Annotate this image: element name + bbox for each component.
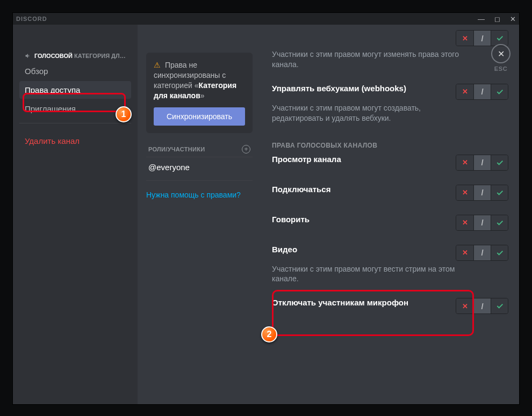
- perm-desc: Участники с этим правом могут изменять п…: [272, 49, 465, 70]
- annotation-badge-2: 2: [261, 326, 277, 342]
- settings-sidebar: ГОЛОСОВОЙ КАТЕГОРИЯ ДЛ… Обзор Права дост…: [13, 25, 138, 404]
- deny-button[interactable]: [456, 245, 473, 260]
- deny-button[interactable]: [456, 84, 473, 99]
- neutral-button[interactable]: [473, 298, 491, 313]
- speaker-icon: [25, 53, 31, 59]
- permissions-help-link[interactable]: Нужна помощь с правами?: [146, 191, 253, 199]
- deny-button[interactable]: [456, 298, 473, 313]
- perm-title-webhooks: Управлять вебхуками (webhooks): [272, 84, 406, 93]
- category-suffix: КАТЕГОРИЯ ДЛ…: [74, 53, 126, 59]
- allow-button[interactable]: [491, 298, 508, 313]
- roles-column: ⚠ Права не синхронизированы с категорией…: [138, 25, 261, 404]
- neutral-button[interactable]: [473, 245, 491, 260]
- brand: DISCORD: [16, 16, 47, 22]
- channel-name: ГОЛОСОВОЙ: [34, 53, 73, 59]
- neutral-button[interactable]: [473, 31, 491, 46]
- deny-button[interactable]: [456, 215, 473, 230]
- voice-permissions-section: ПРАВА ГОЛОСОВЫХ КАНАЛОВ: [272, 142, 508, 149]
- sidebar-item-overview[interactable]: Обзор: [19, 62, 131, 80]
- close-window-button[interactable]: ✕: [510, 15, 516, 23]
- permissions-panel: Участники с этим правом могут изменять п…: [261, 25, 519, 404]
- allow-button[interactable]: [491, 84, 508, 99]
- deny-button[interactable]: [456, 185, 473, 200]
- perm-desc: Участники с этим правом могут создавать,…: [272, 103, 465, 123]
- perm-toggle[interactable]: [456, 185, 508, 201]
- titlebar: DISCORD — ◻ ✕: [13, 13, 519, 25]
- sync-text-post: »: [200, 91, 205, 100]
- perm-title-video: Видео: [272, 245, 297, 254]
- perm-toggle[interactable]: [456, 215, 508, 231]
- neutral-button[interactable]: [473, 84, 491, 99]
- roles-header: РОЛИ/УЧАСТНИКИ: [148, 146, 205, 152]
- perm-toggle[interactable]: [456, 298, 508, 314]
- maximize-button[interactable]: ◻: [494, 15, 500, 23]
- role-everyone[interactable]: @everyone: [146, 157, 253, 177]
- allow-button[interactable]: [491, 245, 508, 260]
- esc-label: ESC: [491, 65, 511, 72]
- add-role-button[interactable]: +: [242, 145, 250, 154]
- warning-icon: ⚠: [154, 61, 161, 69]
- perm-title-connect: Подключаться: [272, 185, 330, 194]
- sidebar-item-permissions[interactable]: Права доступа: [19, 81, 131, 99]
- perm-title-view: Просмотр канала: [272, 155, 341, 164]
- perm-title-mute: Отключать участникам микрофон: [272, 298, 408, 307]
- allow-button[interactable]: [491, 185, 508, 200]
- allow-button[interactable]: [491, 215, 508, 230]
- perm-toggle[interactable]: [456, 155, 508, 171]
- perm-desc: Участники с этим правом могут вести стри…: [272, 264, 465, 284]
- neutral-button[interactable]: [473, 215, 491, 230]
- divider: [19, 123, 131, 123]
- close-settings[interactable]: ✕ ESC: [491, 44, 511, 72]
- minimize-button[interactable]: —: [478, 15, 485, 23]
- sync-button[interactable]: Синхронизировать: [154, 107, 245, 126]
- perm-toggle[interactable]: [456, 84, 508, 100]
- perm-title-speak: Говорить: [272, 215, 310, 224]
- allow-button[interactable]: [491, 31, 508, 46]
- neutral-button[interactable]: [473, 185, 491, 200]
- neutral-button[interactable]: [473, 155, 491, 170]
- close-icon[interactable]: ✕: [491, 44, 511, 63]
- divider: [146, 180, 253, 181]
- sidebar-item-invites[interactable]: Приглашения: [19, 100, 131, 118]
- annotation-badge-1: 1: [116, 106, 132, 122]
- sync-notice: ⚠ Права не синхронизированы с категорией…: [146, 53, 253, 133]
- allow-button[interactable]: [491, 155, 508, 170]
- perm-toggle[interactable]: [456, 245, 508, 261]
- deny-button[interactable]: [456, 155, 473, 170]
- deny-button[interactable]: [456, 31, 473, 46]
- sidebar-item-delete-channel[interactable]: Удалить канал: [19, 132, 131, 150]
